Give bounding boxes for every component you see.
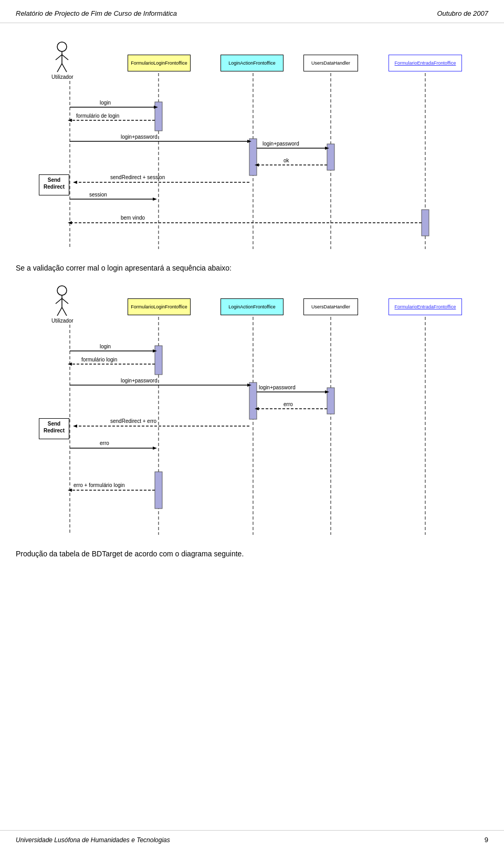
svg-marker-55 [247, 384, 251, 387]
svg-line-38 [62, 64, 67, 72]
svg-text:login+password: login+password [121, 378, 158, 384]
svg-marker-19 [325, 147, 329, 150]
svg-rect-7 [327, 144, 334, 170]
page-footer: Universidade Lusófona de Humanidades e T… [0, 830, 504, 849]
svg-rect-45 [249, 382, 257, 419]
svg-text:sendRedirect + session: sendRedirect + session [110, 174, 165, 180]
page-header: Relatório de Projecto de Fim de Curso de… [0, 0, 504, 23]
svg-line-35 [56, 55, 62, 60]
header-date: Outubro de 2007 [437, 9, 488, 17]
svg-rect-6 [249, 139, 257, 175]
svg-marker-64 [73, 424, 77, 428]
svg-marker-67 [153, 447, 157, 450]
svg-rect-46 [327, 388, 334, 414]
section-text-3: Produção da tabela de BDTarget de acordo… [16, 550, 488, 558]
sequence-diagram-2: login formulário login login+password lo… [16, 277, 488, 540]
svg-text:login+password: login+password [262, 141, 299, 147]
box-formulario-entrada-2: FormularioEntradaFrontoffice [388, 298, 462, 315]
svg-marker-22 [255, 163, 259, 167]
sequence-diagram-1: login formulário de login login+password… [16, 34, 488, 254]
box-login-action-1: LoginActionFrontoffice [220, 55, 284, 71]
svg-rect-5 [155, 102, 162, 131]
svg-text:erro: erro [284, 401, 293, 407]
svg-text:ok: ok [284, 158, 290, 163]
svg-line-36 [62, 55, 68, 60]
box-formulario-login-1: FormularioLoginFrontoffice [128, 55, 191, 71]
svg-marker-25 [73, 181, 77, 184]
actor-utilizador-2: Utilizador [51, 285, 74, 324]
svg-marker-16 [247, 140, 251, 143]
svg-text:erro + formulário login: erro + formulário login [74, 482, 125, 488]
box-formulario-entrada-1: FormularioEntradaFrontoffice [388, 55, 462, 71]
svg-marker-10 [154, 106, 158, 109]
svg-text:bem vindo: bem vindo [121, 215, 145, 221]
svg-marker-70 [68, 489, 72, 492]
box-login-action-2: LoginActionFrontoffice [220, 298, 284, 315]
send-redirect-1: SendRedirect [39, 174, 69, 195]
svg-text:erro: erro [100, 440, 109, 446]
svg-text:formulário de login: formulário de login [76, 113, 119, 119]
box-formulario-login-2: FormularioLoginFrontoffice [128, 298, 191, 315]
svg-marker-31 [68, 221, 72, 224]
svg-text:session: session [89, 192, 107, 198]
footer-page: 9 [485, 836, 488, 844]
svg-point-72 [57, 286, 67, 295]
box-users-data-2: UsersDataHandler [303, 298, 358, 315]
svg-text:login+password: login+password [121, 134, 158, 140]
diagram2-svg: login formulário login login+password lo… [16, 277, 488, 540]
svg-line-75 [62, 298, 68, 304]
section-text-2: Se a validação correr mal o login aprese… [16, 264, 488, 272]
svg-line-77 [62, 307, 67, 316]
svg-marker-13 [68, 119, 72, 122]
svg-text:login: login [100, 344, 111, 349]
svg-rect-47 [155, 472, 162, 509]
footer-university: Universidade Lusófona de Humanidades e T… [16, 836, 170, 844]
box-users-data-1: UsersDataHandler [303, 55, 358, 71]
actor-utilizador-1: Utilizador [51, 42, 74, 80]
svg-line-74 [56, 298, 62, 304]
svg-marker-49 [153, 349, 157, 353]
header-title: Relatório de Projecto de Fim de Curso de… [16, 9, 177, 17]
svg-text:login: login [100, 100, 111, 106]
main-content: login formulário de login login+password… [0, 23, 504, 595]
send-redirect-2: SendRedirect [39, 418, 69, 439]
svg-line-76 [57, 307, 62, 316]
svg-text:login+password: login+password [259, 385, 296, 390]
svg-point-33 [57, 42, 67, 51]
svg-rect-8 [422, 210, 429, 236]
svg-marker-58 [325, 390, 329, 394]
svg-text:formulário login: formulário login [81, 357, 117, 363]
svg-text:sendRedirect + erro: sendRedirect + erro [110, 418, 157, 424]
svg-line-37 [57, 64, 62, 72]
svg-marker-61 [255, 407, 259, 410]
svg-rect-44 [155, 346, 162, 375]
svg-marker-52 [68, 363, 72, 366]
svg-marker-28 [153, 198, 157, 201]
